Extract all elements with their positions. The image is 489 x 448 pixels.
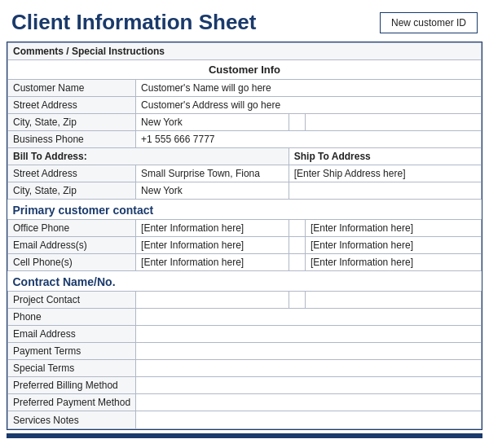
payment-terms-label: Payment Terms bbox=[8, 343, 136, 360]
preferred-billing-value bbox=[136, 377, 482, 394]
business-phone-value: +1 555 666 7777 bbox=[136, 131, 482, 148]
city-extra1 bbox=[289, 114, 305, 131]
table-row: Phone bbox=[8, 309, 482, 326]
comments-row: Comments / Special Instructions bbox=[8, 43, 482, 60]
preferred-billing-label: Preferred Billing Method bbox=[8, 377, 136, 394]
office-phone-label: Office Phone bbox=[8, 220, 136, 237]
ship-to-label: Ship To Address bbox=[289, 148, 481, 165]
contract-email-value bbox=[136, 326, 482, 343]
bill-street-value: Small Surprise Town, Fiona bbox=[136, 165, 289, 182]
customer-info-header-row: Customer Info bbox=[8, 60, 482, 80]
email-label: Email Address(s) bbox=[8, 237, 136, 254]
services-notes-value bbox=[136, 411, 482, 429]
ship-city-extra bbox=[289, 182, 481, 200]
office-phone-spacer bbox=[289, 220, 305, 237]
contract-section-row: Contract Name/No. bbox=[8, 271, 482, 292]
table-row: Street Address Customer's Address will g… bbox=[8, 97, 482, 114]
ship-to-value: [Enter Ship Address here] bbox=[289, 165, 481, 182]
bill-ship-header-row: Bill To Address: Ship To Address bbox=[8, 148, 482, 165]
bill-to-label: Bill To Address: bbox=[8, 148, 289, 165]
cell-phone-spacer bbox=[289, 254, 305, 271]
email-spacer bbox=[289, 237, 305, 254]
customer-name-value: Customer's Name will go here bbox=[136, 80, 482, 97]
email-value1: [Enter Information here] bbox=[136, 237, 289, 254]
services-notes-label: Services Notes bbox=[8, 411, 136, 429]
page-title: Client Information Sheet bbox=[11, 10, 256, 35]
project-contact-value1 bbox=[136, 292, 289, 309]
table-row: Preferred Payment Method bbox=[8, 394, 482, 411]
email-value2: [Enter Information here] bbox=[305, 237, 481, 254]
table-row: Street Address Small Surprise Town, Fion… bbox=[8, 165, 482, 182]
table-row: City, State, Zip New York bbox=[8, 114, 482, 131]
street-address-label: Street Address bbox=[8, 97, 136, 114]
customer-info-title: Customer Info bbox=[8, 60, 482, 80]
special-terms-value bbox=[136, 360, 482, 377]
city-state-zip-value: New York bbox=[136, 114, 289, 131]
table-row: Services Notes bbox=[8, 411, 482, 429]
cell-phone-value2: [Enter Information here] bbox=[305, 254, 481, 271]
primary-contact-title: Primary customer contact bbox=[8, 200, 482, 220]
street-address-value: Customer's Address will go here bbox=[136, 97, 482, 114]
contract-email-label: Email Address bbox=[8, 326, 136, 343]
office-phone-value1: [Enter Information here] bbox=[136, 220, 289, 237]
table-row: Business Phone +1 555 666 7777 bbox=[8, 131, 482, 148]
cell-phone-value1: [Enter Information here] bbox=[136, 254, 289, 271]
cell-phone-label: Cell Phone(s) bbox=[8, 254, 136, 271]
project-contact-spacer bbox=[289, 292, 305, 309]
bill-street-label: Street Address bbox=[8, 165, 136, 182]
special-terms-label: Special Terms bbox=[8, 360, 136, 377]
table-row: Special Terms bbox=[8, 360, 482, 377]
table-row: Cell Phone(s) [Enter Information here] [… bbox=[8, 254, 482, 271]
payment-terms-value bbox=[136, 343, 482, 360]
contract-phone-label: Phone bbox=[8, 309, 136, 326]
city-state-zip-label: City, State, Zip bbox=[8, 114, 136, 131]
contract-title: Contract Name/No. bbox=[8, 271, 482, 292]
table-row: Project Contact bbox=[8, 292, 482, 309]
contract-phone-value bbox=[136, 309, 482, 326]
project-contact-label: Project Contact bbox=[8, 292, 136, 309]
primary-contact-section-row: Primary customer contact bbox=[8, 200, 482, 220]
new-customer-button[interactable]: New customer ID bbox=[380, 12, 478, 33]
table-row: Email Address(s) [Enter Information here… bbox=[8, 237, 482, 254]
customer-name-label: Customer Name bbox=[8, 80, 136, 97]
comments-label: Comments / Special Instructions bbox=[8, 43, 482, 60]
table-row: Preferred Billing Method bbox=[8, 377, 482, 394]
bottom-bar bbox=[7, 433, 482, 438]
table-row: Office Phone [Enter Information here] [E… bbox=[8, 220, 482, 237]
preferred-payment-value bbox=[136, 394, 482, 411]
table-row: City, State, Zip New York bbox=[8, 182, 482, 200]
preferred-payment-label: Preferred Payment Method bbox=[8, 394, 136, 411]
table-row: Payment Terms bbox=[8, 343, 482, 360]
table-row: Customer Name Customer's Name will go he… bbox=[8, 80, 482, 97]
city-extra2 bbox=[305, 114, 481, 131]
bill-city-label: City, State, Zip bbox=[8, 182, 136, 200]
table-row: Email Address bbox=[8, 326, 482, 343]
business-phone-label: Business Phone bbox=[8, 131, 136, 148]
office-phone-value2: [Enter Information here] bbox=[305, 220, 481, 237]
project-contact-value2 bbox=[305, 292, 481, 309]
bill-city-value: New York bbox=[136, 182, 289, 200]
